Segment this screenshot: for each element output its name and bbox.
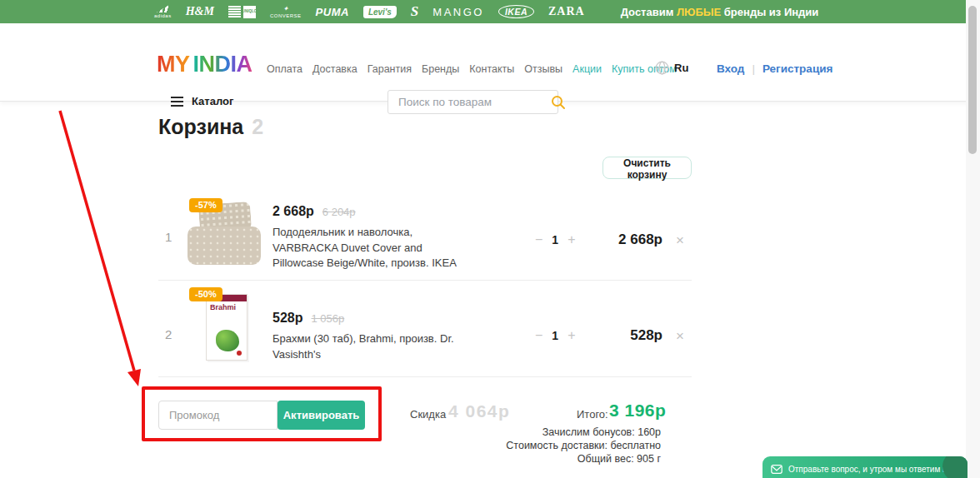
nav-payment[interactable]: Оплата xyxy=(267,63,302,75)
total-value: 3 196р xyxy=(609,401,666,421)
search-input[interactable] xyxy=(388,96,551,108)
register-link[interactable]: Регистрация xyxy=(762,62,832,75)
discount-value: 4 064р xyxy=(448,401,510,421)
page-title: Корзина2 xyxy=(158,115,263,139)
scrollbar-thumb[interactable] xyxy=(968,6,977,154)
quantity-stepper: − 1 + xyxy=(535,233,575,246)
brahmi-box-title: Brahmi xyxy=(207,301,247,311)
discount-label: Скидка xyxy=(410,408,446,421)
brand-label: Levi's xyxy=(363,6,397,18)
banner-message-suffix: бренды из Индии xyxy=(721,6,818,18)
brand-logo-mango: MANGO xyxy=(432,6,484,18)
product-image-brahmi[interactable]: -50% Brahmi xyxy=(188,289,261,367)
language-label: Ru xyxy=(674,62,688,74)
chat-widget[interactable]: Отправьте вопрос, и утром мы ответим вам… xyxy=(762,456,968,478)
item-index: 2 xyxy=(165,327,172,341)
item-index: 1 xyxy=(165,230,172,244)
site-header: MYINDIA Оплата Доставка Гарантия Бренды … xyxy=(0,23,980,102)
brand-logo-puma: PUMA xyxy=(316,6,349,18)
brands-banner: adidas H&M UNIQLO ✦CONVERSE PUMA Levi's … xyxy=(0,0,980,23)
brahmi-box-shape: Brahmi xyxy=(206,294,248,361)
converse-star-icon: ✦ xyxy=(282,6,288,12)
quantity-value: 1 xyxy=(552,329,558,342)
remove-item-button[interactable]: × xyxy=(676,329,684,343)
cart-item-row: 2 -50% Brahmi 528р 1 056р Брахми (30 таб… xyxy=(158,281,692,377)
logo-india: INDIA xyxy=(193,52,252,77)
item-old-price: 1 056р xyxy=(311,312,344,325)
item-price-line: 2 668р 6 204р xyxy=(272,204,466,219)
order-notes: Зачислим бонусов: 160р Стоимость доставк… xyxy=(444,426,661,466)
product-image-duvet[interactable]: -57% xyxy=(188,200,261,271)
chat-message: Отправьте вопрос, и утром мы ответим вам… xyxy=(788,465,959,474)
envelope-icon xyxy=(771,465,782,474)
item-price: 2 668р xyxy=(272,204,314,219)
brand-logo-stradivarius: S xyxy=(411,3,418,20)
uniqlo-icon xyxy=(228,6,241,18)
nav-warranty[interactable]: Гарантия xyxy=(368,63,412,75)
clear-cart-button[interactable]: Очистить корзину xyxy=(602,157,692,179)
item-info: 2 668р 6 204р Пододеяльник и наволочка, … xyxy=(272,204,466,271)
main-nav: Оплата Доставка Гарантия Бренды Контакты… xyxy=(267,63,677,75)
auth-links: Вход | Регистрация xyxy=(717,62,832,75)
discount-badge: -50% xyxy=(189,287,222,301)
nav-reviews[interactable]: Отзывы xyxy=(524,63,562,75)
banner-message-prefix: Доставим xyxy=(621,6,677,18)
delivery-note: Стоимость доставки: бесплатно xyxy=(444,440,661,453)
quantity-stepper: − 1 + xyxy=(535,329,575,342)
flower-dot xyxy=(237,351,242,356)
login-link[interactable]: Вход xyxy=(717,62,744,75)
banner-message: Доставим ЛЮБЫЕ бренды из Индии xyxy=(621,6,819,18)
nav-delivery[interactable]: Доставка xyxy=(312,63,358,75)
weight-note: Общий вес: 905 г xyxy=(444,453,661,466)
globe-icon xyxy=(655,61,669,75)
item-total: 528р xyxy=(592,327,662,344)
brand-logo-uniqlo: UNIQLO xyxy=(228,6,256,18)
nav-contacts[interactable]: Контакты xyxy=(469,63,514,75)
language-switcher[interactable]: Ru xyxy=(655,61,688,75)
nav-brands[interactable]: Бренды xyxy=(422,63,459,75)
brands-banner-content: adidas H&M UNIQLO ✦CONVERSE PUMA Levi's … xyxy=(154,0,818,23)
brand-label: H&M xyxy=(186,5,214,18)
catalog-button[interactable]: Каталог xyxy=(171,95,233,107)
plant-illustration xyxy=(216,330,239,351)
decrease-qty-button[interactable]: − xyxy=(535,233,542,246)
brand-logo-zara: ZARA xyxy=(548,5,585,18)
brand-label: CONVERSE xyxy=(270,13,302,18)
cart-page: adidas H&M UNIQLO ✦CONVERSE PUMA Levi's … xyxy=(0,0,980,478)
decrease-qty-button[interactable]: − xyxy=(535,329,542,342)
brand-label: MANGO xyxy=(432,6,484,18)
brand-label: IKEA xyxy=(498,5,534,18)
item-description: Пододеяльник и наволочка, VARBRACKA Duve… xyxy=(272,225,466,271)
item-price: 528р xyxy=(272,311,302,326)
increase-qty-button[interactable]: + xyxy=(568,329,575,342)
brand-logo-adidas: adidas xyxy=(154,5,172,18)
item-old-price: 6 204р xyxy=(322,206,356,218)
banner-message-highlight: ЛЮБЫЕ xyxy=(677,6,721,18)
scrollbar-track[interactable] xyxy=(966,0,980,478)
cart-title-text: Корзина xyxy=(158,115,243,138)
brand-label: S xyxy=(411,3,418,20)
increase-qty-button[interactable]: + xyxy=(568,233,575,246)
total-label: Итого: xyxy=(577,408,608,421)
item-info: 528р 1 056р Брахми (30 таб), Brahmi, про… xyxy=(272,311,466,362)
site-logo[interactable]: MYINDIA xyxy=(157,53,252,76)
uniqlo-text-square: UNIQLO xyxy=(243,6,256,18)
catalog-label: Каталог xyxy=(192,95,233,107)
search-box xyxy=(388,90,558,114)
brand-label: adidas xyxy=(154,13,172,18)
item-total: 2 668р xyxy=(592,232,662,248)
bonus-note: Зачислим бонусов: 160р xyxy=(444,426,661,440)
chat-corner xyxy=(942,456,968,478)
search-icon[interactable] xyxy=(551,95,566,110)
nav-promotions[interactable]: Акции xyxy=(572,63,602,75)
promo-code-input[interactable] xyxy=(158,401,278,430)
auth-divider: | xyxy=(752,62,755,75)
cart-count: 2 xyxy=(252,115,263,138)
item-description: Брахми (30 таб), Brahmi, произв. Dr. Vas… xyxy=(272,331,466,362)
logo-my: MY xyxy=(157,52,190,77)
brand-logo-ikea: IKEA xyxy=(498,5,534,18)
remove-item-button[interactable]: × xyxy=(676,233,684,247)
activate-promo-button[interactable]: Активировать xyxy=(278,401,365,430)
adidas-icon xyxy=(157,5,169,12)
brand-logo-converse: ✦CONVERSE xyxy=(270,6,302,18)
